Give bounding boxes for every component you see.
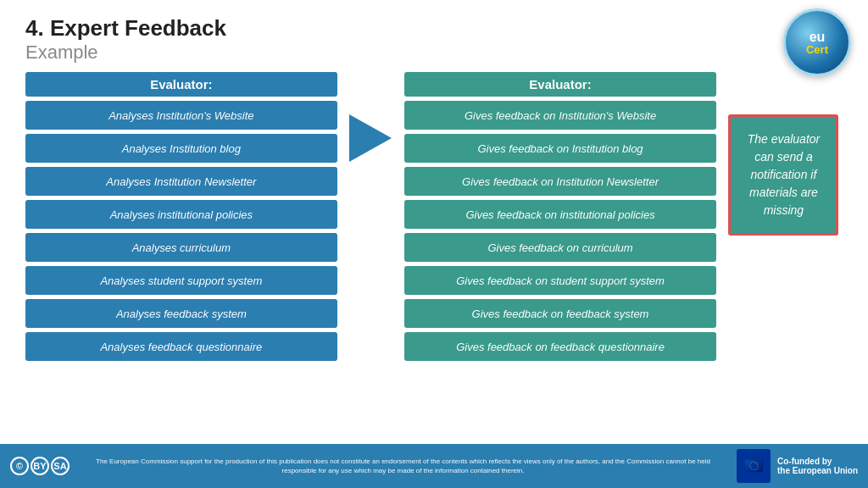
right-arrow-icon	[349, 114, 392, 162]
eu-funding-label: Co-funded bythe European Union	[777, 457, 858, 475]
right-item-1: Gives feedback on Institution blog	[404, 134, 716, 163]
by-icon: BY	[31, 457, 49, 475]
right-item-5: Gives feedback on student support system	[404, 266, 716, 295]
eu-flag-icon: 🇪🇺	[737, 449, 771, 483]
notification-column: The evaluator can send a notification if…	[725, 72, 843, 236]
right-item-3: Gives feedback on institutional policies	[404, 200, 716, 229]
creative-commons-badge: © BY SA	[10, 457, 70, 475]
right-column-header: Evaluator:	[404, 72, 716, 97]
arrow-column	[337, 72, 405, 162]
left-column: Evaluator: Analyses Institution's Websit…	[25, 72, 337, 361]
title-section: 4. Expert Feedback Example	[25, 15, 843, 64]
cc-icons: © BY SA	[10, 457, 70, 475]
right-item-4: Gives feedback on curriculum	[404, 233, 716, 262]
right-item-7: Gives feedback on feedback questionnaire	[404, 332, 716, 361]
footer-disclaimer: The European Commission support for the …	[70, 457, 737, 475]
left-item-5: Analyses student support system	[25, 266, 337, 295]
left-item-1: Analyses Institution blog	[25, 134, 337, 163]
main-title: 4. Expert Feedback	[25, 15, 843, 42]
right-item-0: Gives feedback on Institution's Website	[404, 101, 716, 130]
right-item-2: Gives feedback on Institution Newsletter	[404, 167, 716, 196]
left-item-6: Analyses feedback system	[25, 299, 337, 328]
left-item-2: Analyses Institution Newsletter	[25, 167, 337, 196]
right-column: Evaluator: Gives feedback on Institution…	[404, 72, 716, 361]
left-item-4: Analyses curriculum	[25, 233, 337, 262]
sa-icon: SA	[51, 457, 70, 475]
sub-title: Example	[25, 42, 843, 64]
main-content: 4. Expert Feedback Example Evaluator: An…	[0, 0, 868, 458]
cc-icon: ©	[10, 457, 29, 475]
left-item-7: Analyses feedback questionnaire	[25, 332, 337, 361]
columns-wrapper: Evaluator: Analyses Institution's Websit…	[25, 72, 843, 458]
notification-box: The evaluator can send a notification if…	[728, 114, 838, 236]
left-item-0: Analyses Institution's Website	[25, 101, 337, 130]
footer: © BY SA The European Commission support …	[0, 444, 868, 488]
right-item-6: Gives feedback on feedback system	[404, 299, 716, 328]
logo-text-cert: Cert	[806, 44, 828, 55]
eu-funding-badge: 🇪🇺 Co-funded bythe European Union	[737, 449, 858, 483]
eu-cert-logo: eu Cert	[783, 8, 851, 76]
left-column-header: Evaluator:	[25, 72, 337, 97]
left-item-3: Analyses institutional policies	[25, 200, 337, 229]
logo-text-eu: eu	[810, 30, 826, 44]
